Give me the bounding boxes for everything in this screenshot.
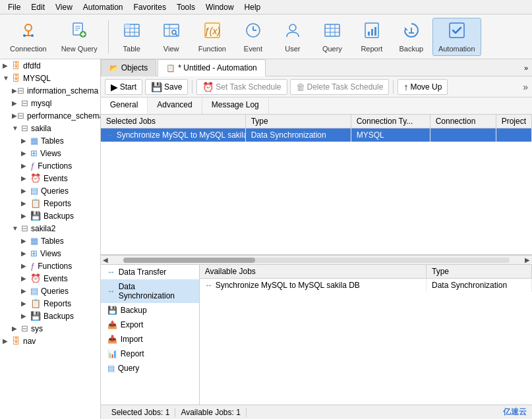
queries-icon: ▤	[30, 286, 38, 296]
toolbar-function[interactable]: ƒ(x) Function	[192, 18, 232, 56]
menu-help[interactable]: Help	[239, 1, 266, 13]
toolbar-table[interactable]: Table	[113, 18, 150, 56]
sub-tab-general[interactable]: General	[101, 98, 148, 114]
toolbar-query[interactable]: Query	[314, 18, 351, 56]
toolbar-user[interactable]: User	[274, 18, 311, 56]
logo: 亿速云	[503, 406, 527, 418]
cell-project	[496, 128, 532, 142]
scroll-left-btn[interactable]: ◀	[101, 256, 110, 265]
arrow-icon: ▶	[21, 212, 30, 219]
delete-schedule-button[interactable]: 🗑 Delete Task Schedule	[290, 79, 390, 95]
svg-point-4	[31, 34, 34, 37]
sidebar-item-sakila[interactable]: ▼ ⊟ sakila	[0, 122, 100, 134]
sidebar-item-sakila2-functions[interactable]: ▶ ƒ Functions	[0, 260, 100, 272]
menu-tools[interactable]: Tools	[171, 1, 200, 13]
sidebar-item-sakila-functions[interactable]: ▶ ƒ Functions	[0, 159, 100, 172]
query-label: Query	[322, 45, 342, 53]
sidebar-item-mysql[interactable]: ▼ 🗄 MYSQL	[0, 72, 100, 84]
sidebar-item-sakila-views[interactable]: ▶ ⊞ Views	[0, 147, 100, 159]
scroll-thumb[interactable]	[123, 258, 255, 263]
sidebar-item-sakila-events[interactable]: ▶ ⏰ Events	[0, 172, 100, 184]
table-row[interactable]: ↔ Synchronize MySQL to MySQL sakila DB D…	[101, 128, 532, 142]
svg-rect-35	[368, 32, 370, 36]
sidebar-item-sakila2-views[interactable]: ▶ ⊞ Views	[0, 247, 100, 260]
sidebar-item-sakila-reports[interactable]: ▶ 📋 Reports	[0, 197, 100, 210]
sidebar-item-sakila2-backups[interactable]: ▶ 💾 Backups	[0, 310, 100, 322]
save-button[interactable]: 💾 Save	[145, 79, 188, 95]
menu-view[interactable]: View	[50, 1, 78, 13]
arrow-icon: ▶	[12, 112, 17, 119]
toolbar2-sep	[192, 80, 192, 94]
sidebar-item-sakila2-queries[interactable]: ▶ ▤ Queries	[0, 285, 100, 297]
toolbar-backup[interactable]: Backup	[393, 18, 430, 56]
arrow-icon: ▶	[21, 187, 30, 194]
svg-line-22	[175, 34, 177, 36]
move-up-label: Move Up	[410, 82, 442, 92]
job-type-export[interactable]: 📤 Export	[101, 318, 199, 332]
job-type-data-transfer[interactable]: ↔ Data Transfer	[101, 265, 199, 279]
arrow-icon: ▶	[21, 250, 30, 257]
start-button[interactable]: ▶ Start	[105, 79, 142, 95]
sidebar-item-label: Events	[44, 174, 68, 183]
col-connection: Connection	[430, 115, 496, 128]
list-item[interactable]: ↔ Synchronize MySQL to MySQL sakila DB D…	[200, 279, 532, 292]
sidebar-item-sakila-backups[interactable]: ▶ 💾 Backups	[0, 210, 100, 222]
toolbar-report[interactable]: Report	[353, 18, 390, 56]
col-project: Project	[496, 115, 532, 128]
sidebar-item-sakila-queries[interactable]: ▶ ▤ Queries	[0, 184, 100, 197]
menu-edit[interactable]: Edit	[26, 1, 50, 13]
sync-icon: ↔	[106, 130, 114, 140]
tab-expand-btn[interactable]: »	[520, 63, 532, 73]
import-icon: 📥	[107, 335, 117, 344]
sidebar-item-dfdfd[interactable]: ▶ 🗄 dfdfd	[0, 59, 100, 72]
sidebar-item-performance-schema[interactable]: ▶ ⊟ performance_schema	[0, 109, 100, 122]
menu-window[interactable]: Window	[200, 1, 239, 13]
sidebar-item-label: Views	[40, 149, 61, 158]
sidebar-item-sakila2-events[interactable]: ▶ ⏰ Events	[0, 272, 100, 285]
schema-icon: ⊟	[21, 98, 28, 108]
sidebar-item-label: sys	[31, 324, 43, 333]
move-up-button[interactable]: ↑ Move Up	[398, 79, 448, 95]
function-label: Function	[198, 45, 226, 53]
scroll-right-btn[interactable]: ▶	[523, 256, 532, 265]
sub-tab-message-log[interactable]: Message Log	[202, 98, 269, 114]
sidebar-item-sakila-tables[interactable]: ▶ ▦ Tables	[0, 134, 100, 147]
schema-icon: ⊟	[17, 86, 24, 96]
arrow-icon: ▶	[12, 325, 21, 332]
move-up-icon: ↑	[403, 82, 408, 92]
set-schedule-button[interactable]: ⏰ Set Task Schedule	[196, 79, 287, 95]
job-type-data-sync[interactable]: ↔ Data Synchronization	[101, 279, 199, 303]
sidebar-item-nav[interactable]: ▶ 🗄 nav	[0, 335, 100, 347]
job-type-query[interactable]: ▤ Query	[101, 361, 199, 376]
sidebar-item-sakila2[interactable]: ▼ ⊟ sakila2	[0, 222, 100, 235]
user-icon	[283, 21, 302, 43]
menu-favorites[interactable]: Favorites	[129, 1, 171, 13]
menu-file[interactable]: File	[3, 1, 26, 13]
objects-tab-icon: 📂	[109, 64, 119, 72]
table-icon	[123, 21, 141, 43]
toolbar2-expand-btn[interactable]: »	[523, 82, 528, 92]
sidebar-item-information-schema[interactable]: ▶ ⊟ information_schema	[0, 84, 100, 97]
menu-automation[interactable]: Automation	[78, 1, 129, 13]
job-type-report[interactable]: 📊 Report	[101, 347, 199, 361]
view-icon	[162, 21, 181, 43]
sidebar-item-sakila2-tables[interactable]: ▶ ▦ Tables	[0, 235, 100, 247]
toolbar-connection[interactable]: Connection	[4, 18, 53, 56]
toolbar-new-query[interactable]: New Query	[55, 18, 103, 56]
tables-icon: ▦	[30, 236, 38, 246]
sidebar-item-label: information_schema	[27, 86, 98, 96]
avail-cell-type: Data Synchronization	[427, 279, 532, 292]
toolbar-automation[interactable]: Automation	[432, 18, 481, 56]
tab-automation[interactable]: 📋 * Untitled - Automation	[158, 59, 265, 76]
job-type-backup[interactable]: 💾 Backup	[101, 303, 199, 318]
avail-col-name: Available Jobs	[200, 265, 427, 278]
table-label: Table	[123, 45, 140, 53]
sidebar-item-sys[interactable]: ▶ ⊟ sys	[0, 322, 100, 335]
toolbar-view[interactable]: View	[153, 18, 190, 56]
tab-objects[interactable]: 📂 Objects	[101, 59, 157, 76]
sidebar-item-sakila2-reports[interactable]: ▶ 📋 Reports	[0, 297, 100, 310]
sidebar-item-mysql-db[interactable]: ▶ ⊟ mysql	[0, 97, 100, 109]
toolbar-event[interactable]: Event	[235, 18, 272, 56]
job-type-import[interactable]: 📥 Import	[101, 332, 199, 347]
sub-tab-advanced[interactable]: Advanced	[148, 98, 202, 114]
